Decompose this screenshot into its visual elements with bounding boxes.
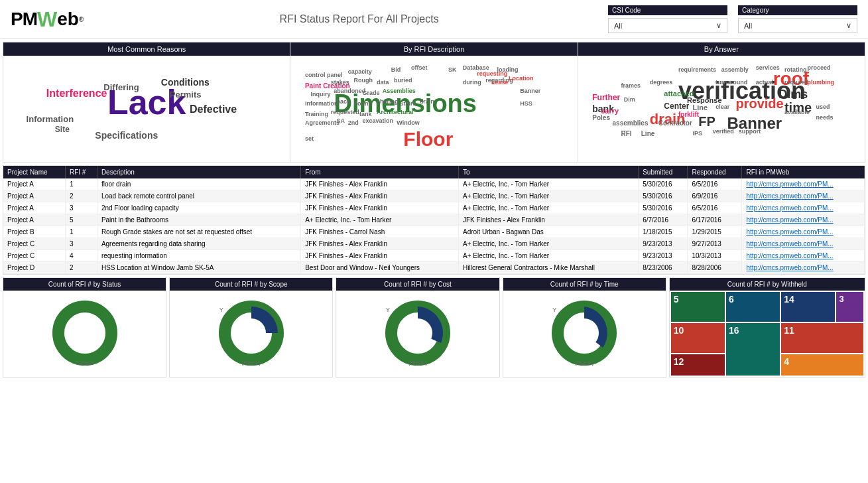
- word-drain[interactable]: drain: [420, 98, 434, 105]
- treemap-cell-12[interactable]: 12: [671, 354, 725, 376]
- word-used[interactable]: used: [816, 104, 830, 110]
- category-select[interactable]: All ∨: [738, 18, 857, 33]
- word-found[interactable]: Found: [353, 100, 372, 107]
- word-back[interactable]: back: [337, 98, 351, 105]
- cell-project: Project A: [3, 190, 65, 202]
- cell-link[interactable]: http://cmcs.pmweb.com/PM...: [742, 178, 865, 190]
- word-defective[interactable]: Defective: [190, 104, 237, 115]
- word-assemblies2[interactable]: assemblies: [613, 119, 649, 127]
- word-provide[interactable]: provide: [735, 96, 783, 111]
- treemap-cell-10[interactable]: 10: [671, 323, 725, 353]
- word-data[interactable]: data: [377, 79, 389, 86]
- word-differing[interactable]: Differing: [103, 82, 139, 92]
- word-clear[interactable]: clear: [715, 104, 729, 110]
- cell-link[interactable]: http://cmcs.pmweb.com/PM...: [742, 202, 865, 214]
- word-forklift[interactable]: forklift: [678, 111, 699, 118]
- word-line2[interactable]: Line: [641, 130, 655, 137]
- word-turnaround[interactable]: turnaround: [715, 79, 747, 86]
- word-sharing[interactable]: sharing: [377, 98, 399, 105]
- treemap-cell-3[interactable]: 3: [836, 292, 863, 322]
- treemap-cell-14[interactable]: 14: [781, 292, 835, 322]
- word-support[interactable]: support: [739, 128, 761, 135]
- word-stakes[interactable]: stakes: [331, 79, 349, 86]
- word-stairs[interactable]: Stairs: [400, 100, 416, 107]
- word-tank[interactable]: tank: [359, 111, 372, 117]
- word-verified[interactable]: verified: [713, 128, 734, 135]
- word-set[interactable]: set: [305, 135, 314, 142]
- word-assembly[interactable]: assembly: [721, 66, 749, 73]
- word-specifications[interactable]: Specifications: [95, 130, 158, 141]
- word-requested[interactable]: requested: [331, 109, 359, 115]
- word-ips[interactable]: IPS: [693, 130, 703, 137]
- word-buried[interactable]: buried: [394, 77, 412, 84]
- word-architectural[interactable]: Architectural: [377, 109, 414, 115]
- word-control-panel[interactable]: control panel: [305, 72, 343, 78]
- word-line[interactable]: Line: [693, 104, 708, 111]
- word-carry[interactable]: carry: [601, 107, 619, 115]
- word-degrees[interactable]: degrees: [650, 79, 673, 86]
- word-interference[interactable]: Interference: [46, 88, 107, 100]
- word-rotating[interactable]: rotating: [784, 66, 807, 73]
- word-information[interactable]: Information: [27, 114, 74, 124]
- word-further[interactable]: Further: [592, 93, 620, 102]
- treemap-cell-6[interactable]: 6: [726, 292, 780, 322]
- word-floor[interactable]: Floor: [403, 128, 453, 151]
- word-needs[interactable]: needs: [816, 114, 833, 121]
- word-capacity[interactable]: capacity: [348, 68, 372, 75]
- word-loading[interactable]: loading: [497, 66, 519, 73]
- word-fp[interactable]: FP: [698, 114, 715, 129]
- word-agreements[interactable]: Agreements: [305, 119, 340, 126]
- word-site[interactable]: Site: [55, 125, 70, 134]
- word-frames[interactable]: frames: [621, 82, 641, 89]
- wordcloud-reasons-header: Most Common Reasons: [3, 42, 290, 56]
- word-banner-desc[interactable]: Banner: [520, 88, 540, 94]
- chart-scope-header: Count of RFI # by Scope: [170, 278, 332, 291]
- word-center[interactable]: Center: [664, 102, 689, 111]
- word-poles[interactable]: Poles: [592, 114, 610, 121]
- word-dim-ans[interactable]: Dim: [624, 96, 635, 103]
- word-bid[interactable]: Bid: [391, 66, 401, 73]
- treemap-cell-16[interactable]: 16: [726, 323, 780, 376]
- word-assemblies[interactable]: Assemblies: [383, 88, 416, 94]
- word-permits[interactable]: Permits: [170, 90, 202, 100]
- word-2nd[interactable]: 2nd: [348, 119, 359, 126]
- treemap-cell-4[interactable]: 4: [781, 354, 863, 376]
- word-offset[interactable]: offset: [411, 64, 428, 71]
- word-during[interactable]: during: [463, 79, 481, 86]
- word-sa[interactable]: SA: [337, 117, 345, 124]
- cell-link[interactable]: http://cmcs.pmweb.com/PM...: [742, 262, 865, 274]
- word-location[interactable]: Location: [509, 75, 534, 82]
- treemap-cell-11[interactable]: 11: [781, 323, 863, 353]
- word-proceed[interactable]: proceed: [808, 64, 831, 71]
- word-grade[interactable]: Grade: [362, 90, 379, 96]
- word-training[interactable]: Training: [305, 111, 328, 117]
- word-available[interactable]: available: [784, 109, 810, 115]
- word-window[interactable]: Window: [397, 119, 419, 126]
- word-required[interactable]: required: [784, 79, 808, 86]
- word-abandoned[interactable]: abandoned: [334, 88, 365, 94]
- cell-link[interactable]: http://cmcs.pmweb.com/PM...: [742, 214, 865, 226]
- treemap-cell-5[interactable]: 5: [671, 292, 725, 322]
- csi-code-select[interactable]: All ∨: [608, 18, 727, 33]
- word-rough[interactable]: Rough: [353, 77, 373, 84]
- word-excavation[interactable]: excavation: [362, 117, 393, 124]
- word-actual[interactable]: actual: [756, 79, 773, 86]
- word-dims[interactable]: Dims: [778, 88, 808, 102]
- cell-link[interactable]: http://cmcs.pmweb.com/PM...: [742, 238, 865, 250]
- cell-link[interactable]: http://cmcs.pmweb.com/PM...: [742, 190, 865, 202]
- word-database[interactable]: Database: [463, 64, 489, 71]
- word-inquiry[interactable]: Inquiry: [311, 91, 331, 98]
- word-plumbing[interactable]: plumbing: [808, 79, 835, 86]
- word-conditions[interactable]: Conditions: [161, 77, 210, 88]
- word-services[interactable]: services: [756, 64, 780, 71]
- word-lease[interactable]: Lease: [491, 79, 509, 86]
- word-sk[interactable]: SK: [448, 66, 457, 73]
- word-hss[interactable]: HSS: [520, 100, 532, 107]
- cell-link[interactable]: http://cmcs.pmweb.com/PM...: [742, 226, 865, 238]
- word-requirements[interactable]: requirements: [678, 66, 716, 73]
- word-attached[interactable]: attached: [664, 90, 694, 98]
- word-information2[interactable]: information: [305, 100, 338, 107]
- word-rfi-ans[interactable]: RFI: [621, 130, 632, 137]
- cell-link[interactable]: http://cmcs.pmweb.com/PM...: [742, 250, 865, 262]
- word-contractor[interactable]: Contractor: [658, 119, 692, 127]
